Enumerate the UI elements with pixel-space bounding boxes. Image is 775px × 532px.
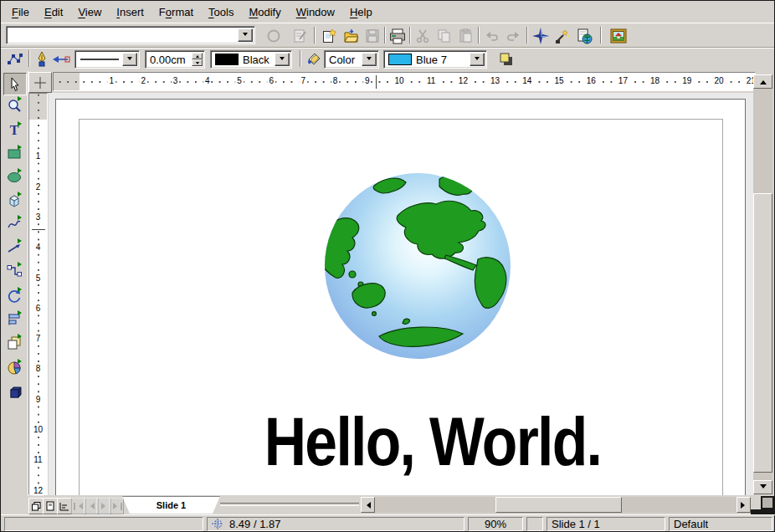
ruler-origin-button[interactable] bbox=[28, 72, 52, 93]
menu-insert[interactable]: Insert bbox=[109, 3, 151, 21]
cursor-position-field[interactable]: 8.49 / 1.87 bbox=[207, 517, 464, 531]
toolbar-separator bbox=[478, 27, 480, 43]
horizontal-scrollbar-thumb[interactable] bbox=[495, 497, 622, 513]
select-tool[interactable] bbox=[3, 73, 27, 95]
h-ruler-number: 3 bbox=[172, 76, 180, 85]
edit-file-button bbox=[290, 26, 311, 46]
master-view-button[interactable] bbox=[43, 498, 58, 514]
area-style-button[interactable] bbox=[304, 49, 324, 69]
toolbar-separator bbox=[314, 27, 316, 43]
arrow-style-button[interactable] bbox=[51, 49, 71, 69]
line-dialog-button[interactable] bbox=[32, 49, 52, 69]
shadow-button[interactable] bbox=[496, 49, 516, 69]
connector-tool[interactable] bbox=[3, 260, 25, 281]
app-window: FileEditViewInsertFormatToolsModifyWindo… bbox=[0, 0, 775, 532]
menu-format[interactable]: Format bbox=[151, 3, 201, 21]
menu-file[interactable]: File bbox=[4, 3, 37, 21]
3d-objects-tool[interactable] bbox=[3, 190, 25, 211]
arrange-tool[interactable] bbox=[3, 332, 25, 353]
menu-view[interactable]: View bbox=[70, 3, 109, 21]
curve-tool[interactable] bbox=[3, 213, 25, 234]
alignment-tool[interactable] bbox=[3, 309, 25, 330]
slide-number-value: Slide 1 / 1 bbox=[552, 518, 600, 530]
rotate-tool[interactable] bbox=[3, 285, 25, 306]
line-style-dropdown-button[interactable] bbox=[122, 53, 137, 66]
long-click-indicator bbox=[18, 168, 24, 173]
last-icon bbox=[113, 503, 121, 509]
autopilot-button[interactable] bbox=[552, 26, 572, 46]
slide-tab[interactable]: Slide 1 bbox=[122, 496, 220, 514]
h-ruler-number: 15 bbox=[552, 76, 565, 85]
insert-tool[interactable] bbox=[3, 357, 25, 378]
main-toolbox: T bbox=[1, 71, 28, 496]
fill-color-select[interactable]: Blue 7 bbox=[383, 50, 487, 69]
spinner-up-icon bbox=[196, 54, 199, 58]
spinner-up-button[interactable] bbox=[192, 53, 203, 59]
hyperlink-dialog-button[interactable] bbox=[574, 26, 594, 46]
gallery-button[interactable] bbox=[608, 26, 629, 46]
scroll-up-button[interactable] bbox=[753, 74, 772, 89]
modified-flag-field bbox=[526, 517, 543, 531]
url-combobox[interactable] bbox=[6, 26, 255, 44]
fill-color-dropdown-button[interactable] bbox=[470, 53, 485, 66]
v-ruler-number: 1 bbox=[35, 151, 42, 161]
slide-tab-label: Slide 1 bbox=[157, 500, 186, 510]
long-click-indicator bbox=[18, 145, 24, 150]
layer-view-button[interactable] bbox=[57, 498, 72, 514]
v-ruler-number: 3 bbox=[35, 211, 42, 222]
zoom-tool[interactable] bbox=[3, 95, 25, 115]
zoom-field[interactable]: 90% bbox=[468, 517, 523, 531]
chevron-down-icon bbox=[127, 57, 132, 63]
slide-title-text[interactable]: Hello, World. bbox=[205, 402, 660, 481]
line-color-select[interactable]: Black bbox=[210, 50, 292, 69]
spinner-down-icon bbox=[196, 62, 199, 66]
scroll-left-button[interactable] bbox=[361, 497, 375, 513]
globe-image[interactable] bbox=[324, 172, 511, 360]
line-width-spinner[interactable] bbox=[192, 53, 203, 66]
v-ruler-cursor-marker bbox=[32, 229, 45, 230]
menu-window[interactable]: Window bbox=[289, 3, 342, 21]
toolbar-separator bbox=[600, 27, 602, 43]
vertical-scrollbar[interactable] bbox=[753, 74, 772, 494]
cut-button bbox=[413, 26, 433, 46]
template-value: Default bbox=[674, 518, 708, 530]
menu-modify[interactable]: Modify bbox=[241, 3, 288, 21]
slide-page[interactable]: Hello, World. bbox=[55, 99, 746, 495]
menu-help[interactable]: Help bbox=[342, 3, 380, 21]
h-ruler-number: 14 bbox=[521, 76, 533, 85]
menu-edit[interactable]: Edit bbox=[37, 3, 70, 21]
fill-type-select[interactable]: Color bbox=[324, 50, 379, 69]
horizontal-scrollbar[interactable] bbox=[361, 497, 751, 513]
spinner-down-button[interactable] bbox=[192, 59, 203, 66]
slide-view-button[interactable] bbox=[28, 498, 44, 514]
status-message-field bbox=[4, 517, 203, 531]
drawing-canvas[interactable]: Hello, World. bbox=[49, 93, 753, 495]
open-button[interactable] bbox=[341, 26, 361, 46]
navigator-button[interactable] bbox=[531, 26, 551, 46]
lines-arrows-tool[interactable] bbox=[3, 237, 25, 258]
area-style-icon bbox=[305, 51, 322, 68]
template-field[interactable]: Default bbox=[669, 517, 772, 531]
shadow-icon bbox=[499, 52, 514, 67]
rectangle-tool[interactable] bbox=[3, 143, 25, 164]
print-button[interactable] bbox=[388, 26, 408, 46]
edit-points-button[interactable] bbox=[5, 49, 25, 69]
line-color-dropdown-button[interactable] bbox=[275, 53, 290, 66]
url-combobox-dropdown-button[interactable] bbox=[238, 28, 253, 42]
save-button bbox=[362, 26, 382, 46]
menu-tools[interactable]: Tools bbox=[201, 3, 241, 21]
new-document-button[interactable] bbox=[319, 26, 339, 46]
line-width-field[interactable]: 0.00cm bbox=[145, 50, 205, 69]
ellipse-tool[interactable] bbox=[3, 166, 25, 187]
long-click-indicator bbox=[18, 215, 24, 220]
scroll-down-button[interactable] bbox=[753, 480, 772, 494]
3d-controller-tool[interactable] bbox=[3, 382, 25, 403]
line-style-select[interactable] bbox=[74, 50, 140, 69]
text-tool[interactable]: T bbox=[3, 120, 25, 141]
long-click-indicator bbox=[18, 262, 24, 267]
fill-type-dropdown-button[interactable] bbox=[362, 53, 377, 66]
vertical-scrollbar-thumb[interactable] bbox=[753, 193, 772, 473]
scroll-right-button[interactable] bbox=[737, 497, 751, 513]
window-resize-grip[interactable] bbox=[751, 496, 775, 514]
position-icon bbox=[212, 519, 224, 529]
